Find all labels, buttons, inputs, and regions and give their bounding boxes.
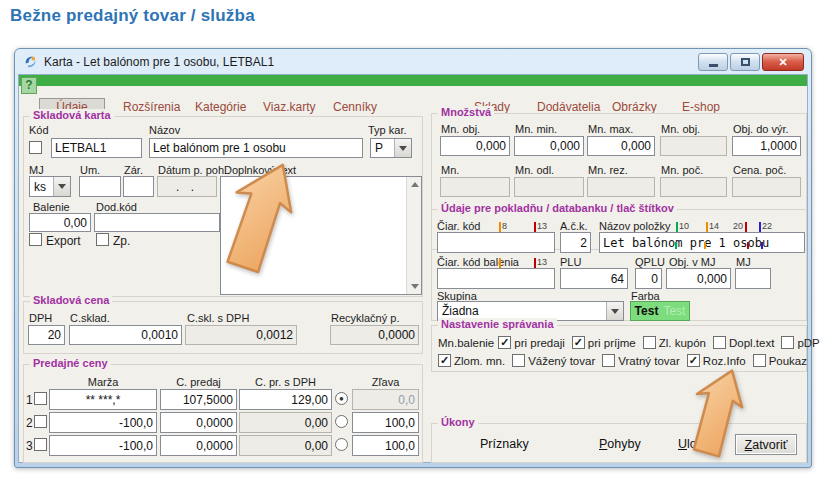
- checkbox[interactable]: [781, 336, 794, 349]
- close-button[interactable]: ✕: [762, 53, 804, 71]
- check-poukaz[interactable]: Poukaz: [753, 354, 807, 367]
- nazov-input[interactable]: Let balónom pre 1 osobu: [149, 138, 363, 158]
- farba-test-button[interactable]: Test Test: [630, 301, 690, 321]
- c-predaj-input[interactable]: 107,5000: [160, 389, 237, 410]
- nazov-polozky-input[interactable]: Let balónom pre 1 osobu: [599, 232, 805, 253]
- checkbox[interactable]: ✓: [572, 336, 585, 349]
- um-input[interactable]: [79, 176, 121, 197]
- mn-min-input[interactable]: 0,000: [514, 136, 584, 156]
- page-title: Bežne predajný tovar / služba: [10, 6, 255, 26]
- check-roz-info[interactable]: ✓Roz.Info: [687, 354, 746, 367]
- check-vazeny-tovar[interactable]: Vážený tovar: [512, 354, 595, 367]
- recyklacny-input: 0,0000: [330, 325, 419, 345]
- c-predaj-input[interactable]: 0,0000: [160, 412, 237, 433]
- check-vratny-tovar[interactable]: Vratný tovar: [602, 354, 680, 367]
- obj-v-mj-input[interactable]: 0,000: [666, 268, 731, 289]
- tab-cenniky[interactable]: Cenníky: [333, 100, 377, 114]
- ciar-kod-input[interactable]: [437, 232, 555, 253]
- c-pr-s-dph-input[interactable]: 129,00: [239, 389, 332, 410]
- mj-label: MJ: [29, 164, 44, 176]
- checkbox[interactable]: [713, 336, 726, 349]
- chevron-down-icon[interactable]: [606, 302, 623, 320]
- ciar-kod-balenia-input[interactable]: [437, 268, 555, 289]
- checkbox[interactable]: ✓: [438, 354, 451, 367]
- ciar-kod-label: Čiar. kód: [437, 220, 480, 232]
- check-pdp[interactable]: pDP: [781, 336, 819, 349]
- marza-input[interactable]: ** ***,*: [49, 389, 157, 410]
- marza-input[interactable]: -100,0: [49, 435, 157, 456]
- typ-kar-select[interactable]: P: [370, 138, 412, 158]
- check-pri-predaji[interactable]: ✓pri predaji: [498, 336, 565, 349]
- checkbox[interactable]: ✓: [498, 336, 511, 349]
- zar-input[interactable]: [123, 176, 154, 197]
- scrollbar[interactable]: [406, 177, 421, 294]
- dph-input[interactable]: 20: [28, 325, 65, 345]
- export-checkbox[interactable]: [29, 233, 42, 246]
- check-zlom-mn[interactable]: ✓Zlom. mn.: [438, 354, 505, 367]
- doplnkovy-text-label: Doplnkový text: [224, 164, 296, 176]
- tab-viaz-karty[interactable]: Viaz.karty: [263, 100, 315, 114]
- priznaky-button[interactable]: Príznaky: [480, 437, 529, 451]
- price-row-checkbox[interactable]: [34, 415, 47, 428]
- nazov-label: Názov: [149, 124, 180, 136]
- checkbox[interactable]: [602, 354, 615, 367]
- price-row-radio[interactable]: [335, 438, 348, 451]
- chevron-down-icon[interactable]: [394, 139, 411, 157]
- plu-input[interactable]: 64: [560, 268, 628, 289]
- zatvorit-button[interactable]: Zatvoriť: [735, 434, 797, 455]
- mn-input: [440, 177, 510, 197]
- checkbox[interactable]: [643, 336, 656, 349]
- ack-input[interactable]: 2: [560, 232, 591, 253]
- checkbox[interactable]: ✓: [687, 354, 700, 367]
- zlava-input[interactable]: 100,0: [352, 412, 419, 433]
- pohyby-button[interactable]: Pohyby: [599, 437, 641, 451]
- zp-checkbox[interactable]: [96, 233, 109, 246]
- marza-input[interactable]: -100,0: [49, 412, 157, 433]
- titlebar[interactable]: Karta - Let balónom pre 1 osobu, LETBAL1: [15, 49, 811, 74]
- group-title: Nastavenie správania: [438, 318, 557, 330]
- tab-rozsirenia[interactable]: Rozšírenia: [123, 100, 180, 114]
- c-predaj-input[interactable]: 0,0000: [160, 435, 237, 456]
- check-dopl-text[interactable]: Dopl.text: [713, 336, 774, 349]
- cena-poc-label: Cena. poč.: [733, 164, 786, 176]
- cena-poc-input: [732, 177, 801, 197]
- scroll-down-icon[interactable]: [409, 281, 420, 292]
- dod-kod-label: Dod.kód: [96, 201, 137, 213]
- c-sklad-input[interactable]: 0,0010: [69, 325, 182, 345]
- minimize-button[interactable]: [698, 53, 728, 71]
- scroll-up-icon[interactable]: [409, 179, 420, 190]
- window-title: Karta - Let balónom pre 1 osobu, LETBAL1: [44, 55, 274, 69]
- ulozit-button[interactable]: Uložiť: [678, 437, 710, 451]
- label-mark-14: 14: [709, 221, 719, 231]
- export-label: Export: [46, 234, 81, 248]
- doplnkovy-text-area[interactable]: [220, 176, 422, 295]
- tab-eshop[interactable]: E-shop: [682, 100, 720, 114]
- mj-select[interactable]: ks: [29, 176, 71, 197]
- check-zl-kupon[interactable]: Zl. kupón: [643, 336, 706, 349]
- mn-max-input[interactable]: 0,000: [587, 136, 655, 156]
- col-marza-header: Marža: [49, 376, 157, 388]
- dod-kod-input[interactable]: [94, 213, 220, 232]
- mj2-input[interactable]: [735, 268, 771, 289]
- chevron-down-icon[interactable]: [53, 177, 70, 196]
- price-row-checkbox[interactable]: [34, 392, 47, 405]
- price-row-radio[interactable]: ●: [335, 392, 348, 405]
- check-pri-prijme[interactable]: ✓pri príjme: [572, 336, 636, 349]
- checkbox[interactable]: [753, 354, 766, 367]
- mn-obj-input[interactable]: 0,000: [440, 136, 510, 156]
- checkbox[interactable]: [512, 354, 525, 367]
- price-row-radio[interactable]: [335, 415, 348, 428]
- kod-input[interactable]: LETBAL1: [51, 138, 142, 158]
- zlava-input[interactable]: 100,0: [352, 435, 419, 456]
- obj-do-vyr-input[interactable]: 1,0000: [732, 136, 801, 156]
- kod-checkbox[interactable]: [29, 141, 42, 154]
- help-button[interactable]: ?: [21, 77, 37, 94]
- price-row-checkbox[interactable]: [34, 438, 47, 451]
- qplu-input[interactable]: 0: [635, 268, 662, 289]
- tab-kategorie[interactable]: Kategórie: [195, 100, 246, 114]
- tab-obrazky[interactable]: Obrázky: [612, 100, 657, 114]
- restore-button[interactable]: [730, 53, 760, 71]
- balenie-input[interactable]: 0,00: [29, 213, 91, 232]
- mn-rez-label: Mn. rez.: [588, 164, 628, 176]
- tab-dodavatelia[interactable]: Dodávatelia: [537, 100, 600, 114]
